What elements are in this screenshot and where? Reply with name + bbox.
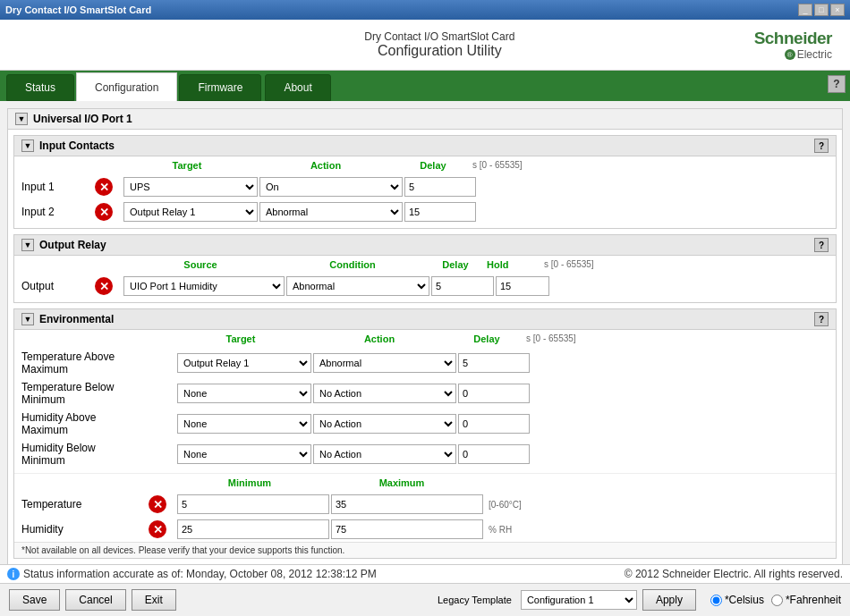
tab-firmware[interactable]: Firmware	[179, 74, 261, 101]
humidity-above-action-select[interactable]: No Action Abnormal	[313, 414, 456, 434]
info-icon: i	[7, 568, 20, 580]
tab-help-button[interactable]: ?	[828, 75, 846, 93]
temp-below-delay-field[interactable]	[458, 384, 530, 403]
temp-minmax-label: Temperature	[21, 498, 147, 511]
close-button[interactable]: ×	[830, 4, 845, 16]
universal-io-section: ▼ Universal I/O Port 1 ▼ Input Contacts …	[7, 108, 843, 564]
humidity-min-field[interactable]	[177, 519, 329, 539]
input-contacts-collapse[interactable]: ▼	[21, 139, 34, 152]
output-hold-field[interactable]	[496, 276, 549, 296]
environmental-title: Environmental	[39, 313, 114, 325]
maximize-button[interactable]: □	[814, 4, 829, 16]
celsius-radio-label[interactable]: *Celsius	[710, 594, 764, 606]
temp-above-max-row: Temperature Above Maximum Output Relay 1…	[14, 348, 836, 378]
input1-action-select[interactable]: On Off Abnormal	[259, 177, 403, 197]
env-col-headers: Target Action Delay s [0 - 65535]	[14, 330, 836, 348]
humidity-hint: % RH	[489, 525, 829, 535]
temp-below-min-row: Temperature Below Minimum None Output Re…	[14, 378, 836, 409]
tab-about[interactable]: About	[265, 74, 330, 101]
ic-action-header: Action	[254, 160, 397, 171]
input-contacts-header: ▼ Input Contacts ?	[14, 136, 836, 156]
input1-delete-icon[interactable]: ✕	[95, 178, 113, 196]
humidity-max-field[interactable]	[331, 519, 483, 539]
humidity-below-min-row: Humidity Below Minimum None Output Relay…	[14, 439, 836, 469]
input2-action-select[interactable]: Abnormal No Action	[259, 202, 403, 222]
cancel-button[interactable]: Cancel	[65, 589, 125, 611]
humidity-above-target-select[interactable]: None Output Relay 1	[177, 414, 311, 434]
title-bar: Dry Contact I/O SmartSlot Card _ □ ×	[0, 0, 850, 20]
input1-target-select[interactable]: UPS Output Relay 1 None	[123, 177, 258, 197]
input1-row: Input 1 ✕ UPS Output Relay 1 None On Off…	[14, 174, 836, 199]
env-note: *Not available on all devices. Please ve…	[14, 542, 836, 558]
ic-delay-header: Delay	[397, 160, 469, 171]
status-text: Status information accurate as of: Monda…	[23, 568, 377, 580]
or-hint: s [0 - 65535]	[544, 259, 829, 270]
humidity-above-max-row: Humidity Above Maximum None Output Relay…	[14, 409, 836, 439]
temp-below-min-label: Temperature Below Minimum	[21, 381, 147, 406]
temp-above-max-label: Temperature Above Maximum	[21, 350, 147, 376]
temp-max-field[interactable]	[331, 494, 483, 514]
humidity-below-action-select[interactable]: No Action Abnormal	[313, 444, 456, 464]
humidity-above-max-label: Humidity Above Maximum	[21, 411, 147, 436]
env-hint: s [0 - 65535]	[526, 333, 829, 344]
status-bar: i Status information accurate as of: Mon…	[0, 564, 850, 583]
temp-below-target-select[interactable]: None Output Relay 1	[177, 384, 311, 403]
output-delete-icon[interactable]: ✕	[95, 277, 113, 295]
tab-status[interactable]: Status	[6, 74, 74, 101]
input2-delete-icon[interactable]: ✕	[95, 203, 113, 221]
humidity-below-delay-field[interactable]	[458, 444, 530, 464]
schneider-logo: Schneider ® Electric	[754, 29, 832, 61]
apply-button[interactable]: Apply	[642, 589, 696, 611]
fahrenheit-label: *Fahrenheit	[786, 594, 841, 606]
or-source-header: Source	[120, 259, 281, 270]
copyright-text: © 2012 Schneider Electric. All rights re…	[625, 568, 843, 580]
universal-io-collapse[interactable]: ▼	[15, 113, 28, 125]
logo-electric: ® Electric	[785, 48, 832, 61]
output-source-select[interactable]: UIO Port 1 Humidity UIO Port 1 Temperatu…	[123, 276, 285, 296]
environmental-collapse[interactable]: ▼	[21, 313, 34, 325]
temp-below-action-select[interactable]: No Action Abnormal	[313, 384, 456, 403]
or-condition-header: Condition	[281, 259, 424, 270]
universal-io-header: ▼ Universal I/O Port 1	[8, 109, 842, 130]
tab-configuration[interactable]: Configuration	[76, 72, 177, 101]
celsius-radio[interactable]	[710, 595, 722, 606]
humidity-minmax-row: Humidity ✕ % RH	[14, 517, 836, 542]
output-relay-header: ▼ Output Relay ?	[14, 235, 836, 256]
humidity-above-delay-field[interactable]	[458, 414, 530, 434]
temp-min-field[interactable]	[177, 494, 329, 514]
output-relay-title: Output Relay	[39, 239, 106, 251]
fahrenheit-radio-label[interactable]: *Fahrenheit	[771, 594, 841, 606]
humidity-minmax-label: Humidity	[21, 523, 147, 536]
output-relay-help[interactable]: ?	[814, 238, 829, 252]
or-col-headers: Source Condition Delay Hold s [0 - 65535…	[14, 256, 836, 274]
humidity-below-target-select[interactable]: None Output Relay 1	[177, 444, 311, 464]
minimize-button[interactable]: _	[798, 4, 812, 16]
temp-above-delay-field[interactable]	[458, 353, 530, 373]
temp-minmax-icon[interactable]: ✕	[149, 495, 166, 513]
input2-target-select[interactable]: UPS Output Relay 1 None	[123, 202, 258, 222]
minmax-col-headers: Minimum Maximum	[14, 474, 836, 492]
scroll-panel[interactable]: ▼ Universal I/O Port 1 ▼ Input Contacts …	[0, 101, 850, 564]
temp-hint: [0-60°C]	[489, 500, 829, 510]
fahrenheit-radio[interactable]	[771, 595, 783, 606]
output-row: Output ✕ UIO Port 1 Humidity UIO Port 1 …	[14, 274, 836, 299]
input1-delay-field[interactable]	[404, 177, 476, 197]
input2-delay-field[interactable]	[404, 202, 476, 222]
output-relay-section: ▼ Output Relay ? Source Condition Delay …	[13, 234, 837, 303]
humidity-minmax-icon[interactable]: ✕	[149, 520, 166, 538]
ic-hint: s [0 - 65535]	[472, 160, 829, 171]
temp-above-action-select[interactable]: Abnormal No Action	[313, 353, 456, 373]
temp-options: *Celsius *Fahrenheit	[710, 594, 841, 606]
legacy-template-select[interactable]: Configuration 1	[521, 590, 637, 610]
output-delay-field[interactable]	[431, 276, 494, 296]
output-relay-collapse[interactable]: ▼	[21, 239, 34, 251]
ic-target-header: Target	[120, 160, 254, 171]
input-contacts-section: ▼ Input Contacts ? Target Action Delay s…	[13, 135, 837, 229]
environmental-help[interactable]: ?	[814, 312, 829, 326]
input-contacts-help[interactable]: ?	[814, 139, 829, 153]
env-target-header: Target	[174, 333, 308, 344]
save-button[interactable]: Save	[9, 589, 60, 611]
exit-button[interactable]: Exit	[132, 589, 176, 611]
output-condition-select[interactable]: Abnormal No Action	[286, 276, 429, 296]
temp-above-target-select[interactable]: Output Relay 1 None	[177, 353, 311, 373]
